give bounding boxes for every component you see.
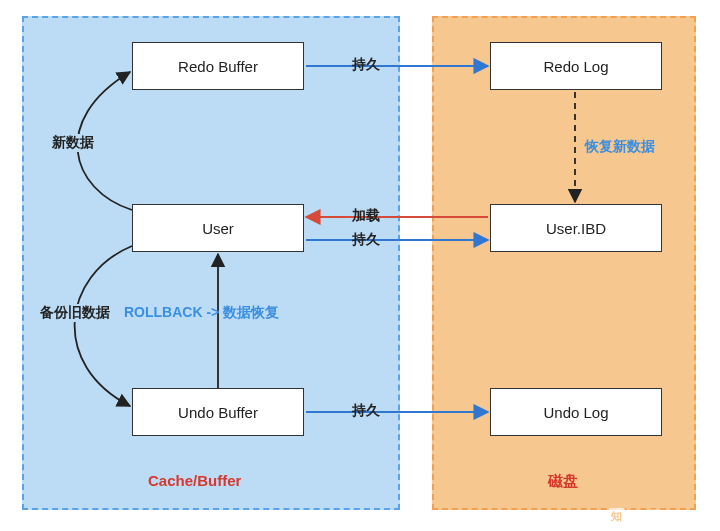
node-undo-log: Undo Log xyxy=(490,388,662,436)
label-recover-new: 恢复新数据 xyxy=(585,138,655,156)
watermark-user: @Qqc c xyxy=(663,509,710,524)
panel-title-cache: Cache/Buffer xyxy=(148,472,241,489)
panel-title-disk: 磁盘 xyxy=(548,472,578,491)
zhihu-icon: 知 xyxy=(609,508,625,524)
label-rollback: ROLLBACK -> 数据恢复 xyxy=(124,304,279,322)
node-redo-log: Redo Log xyxy=(490,42,662,90)
node-label: User xyxy=(202,220,234,237)
node-label: Undo Buffer xyxy=(178,404,258,421)
watermark-site: 知乎 xyxy=(631,507,657,525)
node-label: User.IBD xyxy=(546,220,606,237)
label-persist-undo: 持久 xyxy=(352,402,380,420)
node-label: Redo Log xyxy=(543,58,608,75)
label-backup-old: 备份旧数据 xyxy=(38,304,112,322)
node-user: User xyxy=(132,204,304,252)
node-undo-buffer: Undo Buffer xyxy=(132,388,304,436)
node-user-ibd: User.IBD xyxy=(490,204,662,252)
node-redo-buffer: Redo Buffer xyxy=(132,42,304,90)
label-load: 加载 xyxy=(352,207,380,225)
node-label: Redo Buffer xyxy=(178,58,258,75)
label-persist-redo: 持久 xyxy=(352,56,380,74)
label-persist-user: 持久 xyxy=(352,231,380,249)
node-label: Undo Log xyxy=(543,404,608,421)
watermark: 知 知乎 @Qqc c xyxy=(609,507,710,525)
label-new-data: 新数据 xyxy=(50,134,96,152)
